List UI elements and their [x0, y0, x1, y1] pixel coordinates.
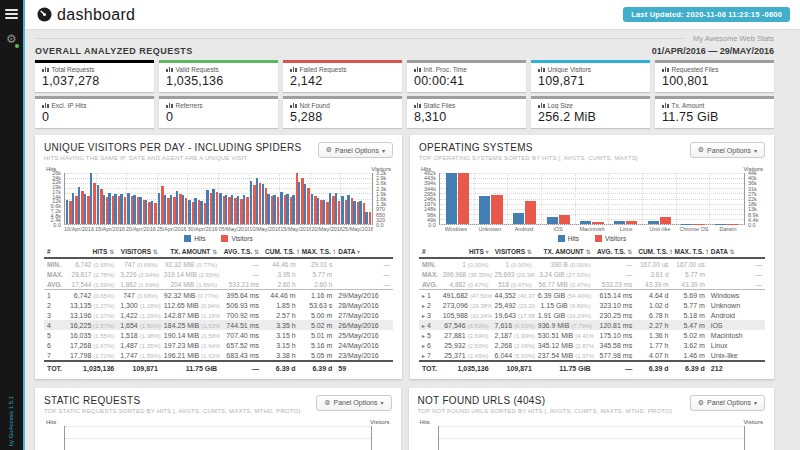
hits-bar: [347, 195, 349, 224]
column-header-data[interactable]: DATA ▾: [335, 246, 393, 258]
caret-down-icon: ▾: [754, 147, 757, 154]
gear-icon: ⚙: [698, 399, 704, 407]
hits-bar: [513, 213, 524, 224]
stat-label: Requested Files: [672, 66, 719, 73]
percent-value: (40.37%): [518, 293, 535, 299]
expand-row-icon: ▸: [422, 333, 425, 339]
column-header-visitors[interactable]: VISITORS ⇅: [492, 246, 535, 258]
hits-bar: [200, 201, 202, 224]
hits-bar: [188, 200, 190, 224]
total-row: TOT.1,035,136109,87111.75 GiB—6.39 d6.39…: [419, 361, 765, 374]
summary-row: MIN.6,742 (0.65%)747 (0.68%)92.32 MiB (0…: [44, 258, 393, 269]
column-header-avg-t-s-[interactable]: AVG. T.S. ⇅: [594, 246, 636, 258]
column-header-tx-amount[interactable]: TX. AMOUNT ⇅: [535, 246, 594, 258]
percent-value: (1.97%): [575, 353, 593, 359]
bar-group: [608, 173, 642, 224]
hits-bar: [176, 191, 178, 224]
summary-rows: MIN.1 (0.00%)1 (0.00%)390 B (0.00%)—167.…: [419, 258, 765, 290]
percent-value: (0.77%): [196, 262, 217, 268]
bar-group: [676, 173, 710, 224]
expand-row-icon: ▸: [422, 343, 425, 349]
visitors-table: # HITS ⇅VISITORS ⇅TX. AMOUNT ⇅AVG. T.S. …: [44, 246, 393, 374]
divider-line: [35, 38, 685, 39]
column-header-tx-amount[interactable]: TX. AMOUNT ⇅: [161, 246, 220, 258]
stat-value: 109,871: [538, 74, 643, 88]
table-row[interactable]: ▸2273,096 (26.38%)25,492 (23.20%)1.15 Gi…: [419, 300, 765, 310]
percent-value: (0.77%): [197, 293, 218, 299]
expand-row-icon: ▸: [422, 293, 425, 299]
hits-bar: [164, 195, 166, 224]
percent-value: (6.93%): [514, 323, 535, 329]
expand-row-icon: ▸: [422, 313, 425, 319]
hits-bar: [335, 193, 337, 224]
percent-value: (0.68%): [137, 293, 158, 299]
table-row[interactable]: ▸527,881 (2.69%)2,187 (1.99%)530.51 MiB …: [419, 330, 765, 340]
bar-chart-icon: [662, 67, 669, 72]
hits-bar: [304, 184, 306, 224]
percent-value: (1.72%): [93, 353, 114, 359]
table-row[interactable]: ▸1491,682 (47.50%)44,352 (40.37%)6.39 Gi…: [419, 290, 765, 301]
legend-item: Hits: [558, 235, 579, 242]
hits-bar: [614, 221, 625, 224]
hits-bar: [114, 194, 116, 224]
expand-row-icon: ▸: [422, 303, 425, 309]
sort-icon: ⇅: [706, 249, 708, 255]
stat-card: Log Size256.2 MiB: [531, 96, 650, 128]
summary-row: AVG.4,882 (0.47%)518 (0.47%)56.77 MiB (0…: [419, 279, 765, 290]
bar-group: [507, 173, 541, 224]
bar-chart-icon: [42, 103, 49, 108]
table-row: 516,035 (1.55%)1,518 (1.38%)190.14 MiB (…: [44, 330, 393, 340]
sidebar-footer-text: by GoAccess 1.5.1: [8, 396, 14, 446]
stat-label: Static Files: [424, 102, 456, 109]
column-header-max-t-s-[interactable]: MAX. T.S. ⇅: [299, 246, 336, 258]
stat-card: Requested Files100,801: [655, 60, 774, 92]
hits-bar: [479, 196, 490, 224]
main-panels: UNIQUE VISITORS PER DAY - INCLUDING SPID…: [35, 135, 774, 379]
column-header-max-t-s-[interactable]: MAX. T.S. ⇅: [672, 246, 708, 258]
column-header-cum-t-s-[interactable]: CUM. T.S. ⇅: [635, 246, 671, 258]
column-header-data[interactable]: DATA ⇅: [708, 246, 765, 258]
sort-icon: ⇅: [670, 249, 672, 255]
y-axis-left-ticks: 26k24k22k19k17k14k12k9.6k7.2k4.8k2.4k0.0: [44, 173, 64, 225]
panel-options-button[interactable]: ⚙ Panel Options ▾: [318, 142, 393, 158]
legend-item: Visitors: [221, 235, 252, 242]
column-header-visitors[interactable]: VISITORS ⇅: [117, 246, 161, 258]
percent-value: (0.47%): [570, 282, 591, 288]
column-header-cum-t-s-[interactable]: CUM. T.S. ⇅: [262, 246, 299, 258]
percent-value: (1.18%): [140, 303, 161, 309]
hits-bar: [547, 217, 558, 224]
percent-value: (0.94%): [201, 303, 220, 309]
menu-toggle-button[interactable]: [5, 9, 18, 19]
percent-value: (4.41%): [575, 333, 593, 339]
stat-card: Valid Requests1,035,136: [159, 60, 278, 92]
hits-bar: [219, 193, 221, 224]
table-row: 617,268 (1.67%)1,487 (1.35%)197.23 MiB (…: [44, 340, 393, 350]
column-header-avg-t-s-[interactable]: AVG. T.S. ⇅: [220, 246, 262, 258]
percent-value: (1.38%): [140, 333, 161, 339]
hits-bar: [446, 173, 457, 224]
settings-gear-icon[interactable]: ⚙: [0, 32, 23, 46]
table-row[interactable]: ▸725,371 (2.45%)6,044 (5.50%)237.54 MiB …: [419, 350, 765, 361]
table-row[interactable]: ▸3105,988 (10.24%)19,643 (17.88%)1.91 Gi…: [419, 310, 765, 320]
panel-options-button[interactable]: ⚙ Panel Options ▾: [690, 142, 765, 158]
table-row[interactable]: ▸625,932 (2.50%)2,268 (2.06%)345.12 MiB …: [419, 340, 765, 350]
summary-rows: MIN.6,742 (0.65%)747 (0.68%)92.32 MiB (0…: [44, 258, 393, 290]
percent-value: (26.38%): [470, 303, 492, 309]
stat-value: 0: [42, 110, 147, 124]
column-header-hits[interactable]: HITS ⇅: [65, 246, 117, 258]
table-row[interactable]: ▸467,546 (6.53%)7,616 (6.93%)936.9 MiB (…: [419, 320, 765, 330]
app-title: dashboard: [57, 6, 135, 24]
stat-value: 8,310: [414, 110, 519, 124]
panel-options-button[interactable]: ⚙ Panel Options ▾: [316, 395, 391, 411]
x-tick-label: 30/Apr/2016: [188, 226, 219, 232]
sort-icon: ⇅: [586, 249, 591, 255]
panel-options-button[interactable]: ⚙ Panel Options ▾: [690, 395, 765, 411]
hits-bar: [353, 201, 355, 224]
summary-row: AVG.17,544 (1.69%)1,862 (1.69%)204 MiB (…: [44, 279, 393, 290]
percent-value: (6.53%): [468, 323, 489, 329]
bar-group: [187, 173, 194, 224]
percent-value: (1.53%): [201, 323, 220, 329]
hits-bar: [158, 193, 160, 225]
column-header-hits[interactable]: HITS ▾: [440, 246, 492, 258]
sort-icon: ⇅: [730, 249, 735, 255]
